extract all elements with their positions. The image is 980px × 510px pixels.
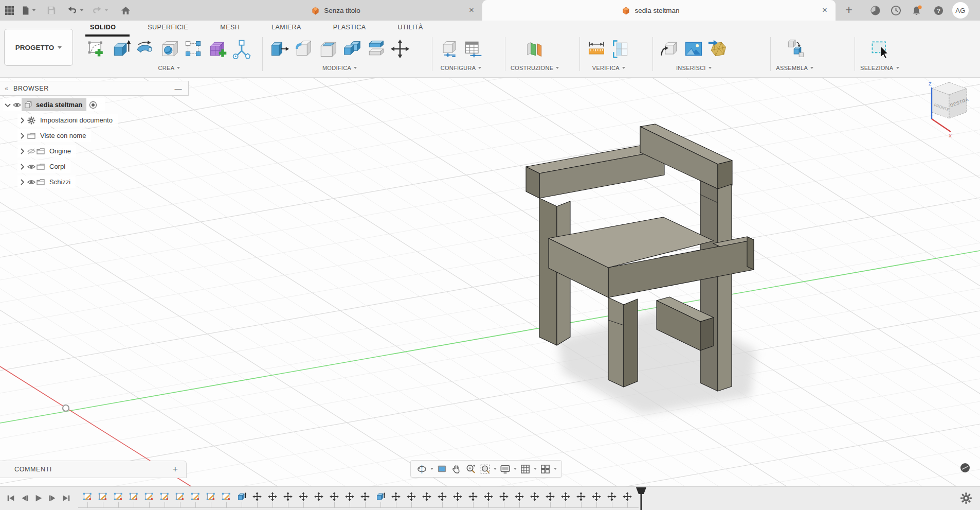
- document-tab-senza-titolo[interactable]: Senza titolo ×: [206, 0, 482, 21]
- group-dropdown-costruzione[interactable]: COSTRUZIONE: [511, 65, 559, 71]
- ribbon-tab-utilità[interactable]: UTILITÀ: [397, 23, 423, 32]
- timeline-feature-move-30[interactable]: [530, 491, 540, 502]
- new-tab-button[interactable]: +: [842, 3, 856, 16]
- visibility-eye-icon[interactable]: [27, 162, 36, 171]
- timeline-feature-move-27[interactable]: [483, 491, 494, 502]
- timeline-feature-sketch-4[interactable]: [129, 491, 139, 502]
- browser-row-corpi[interactable]: Corpi: [17, 160, 70, 173]
- expand-chevron-icon[interactable]: [17, 178, 27, 187]
- expand-chevron-icon[interactable]: [17, 162, 27, 171]
- ribbon-tab-plastica[interactable]: PLASTICA: [333, 23, 366, 32]
- job-status-icon[interactable]: [889, 4, 902, 17]
- visibility-hidden-icon[interactable]: [27, 147, 36, 156]
- redo-icon[interactable]: [90, 4, 103, 16]
- fit-dropdown-caret[interactable]: [493, 462, 497, 476]
- folder-icon[interactable]: [36, 147, 45, 156]
- expand-chevron-icon[interactable]: [17, 131, 27, 140]
- timeline-feature-move-33[interactable]: [576, 491, 586, 502]
- timeline-feature-sketch-1[interactable]: [82, 491, 93, 502]
- timeline-feature-move-12[interactable]: [252, 491, 262, 502]
- timeline-feature-extrude-11[interactable]: [237, 491, 247, 502]
- display-settings-dropdown-caret[interactable]: [513, 462, 517, 476]
- timeline-feature-move-26[interactable]: [468, 491, 478, 502]
- section-analysis-button[interactable]: [609, 38, 632, 60]
- visibility-eye-icon[interactable]: [12, 100, 22, 110]
- close-tab-icon[interactable]: ×: [819, 5, 830, 16]
- group-dropdown-configura[interactable]: CONFIGURA: [441, 65, 482, 71]
- timeline-playhead[interactable]: [636, 487, 647, 510]
- press-pull-button[interactable]: [268, 38, 291, 60]
- derive-button[interactable]: [658, 38, 681, 60]
- ribbon-tab-solido[interactable]: SOLIDO: [90, 23, 116, 32]
- insert-mesh-button[interactable]: [706, 38, 729, 60]
- generative-design-button[interactable]: [230, 38, 253, 60]
- group-dropdown-seleziona[interactable]: SELEZIONA: [860, 65, 899, 71]
- orbit-dropdown-caret[interactable]: [429, 462, 434, 476]
- timeline-settings-gear-icon[interactable]: [959, 491, 974, 506]
- construction-plane-button[interactable]: [523, 38, 546, 60]
- timeline-feature-move-15[interactable]: [298, 491, 308, 502]
- timeline-feature-move-22[interactable]: [406, 491, 416, 502]
- context-dropdown-button[interactable]: PROGETTO: [4, 29, 73, 66]
- timeline-feature-sketch-6[interactable]: [159, 491, 170, 502]
- timeline-feature-move-19[interactable]: [360, 491, 370, 502]
- timeline-feature-sketch-9[interactable]: [206, 491, 216, 502]
- go-to-start-button[interactable]: [5, 493, 16, 504]
- timeline-feature-extrude-20[interactable]: [375, 491, 386, 502]
- timeline-feature-move-18[interactable]: [344, 491, 355, 502]
- move-copy-button[interactable]: [389, 38, 411, 60]
- measure-button[interactable]: [585, 38, 608, 60]
- timeline-feature-move-17[interactable]: [329, 491, 339, 502]
- component-icon[interactable]: [24, 100, 33, 110]
- activate-component-radio[interactable]: [86, 98, 100, 111]
- browser-row-schizzi[interactable]: Schizzi: [17, 175, 76, 188]
- save-icon[interactable]: [45, 4, 58, 16]
- minimize-panel-icon[interactable]: —: [174, 84, 182, 93]
- ribbon-tab-superficie[interactable]: SUPERFICIE: [148, 23, 188, 32]
- step-forward-button[interactable]: [47, 493, 58, 504]
- browser-row-impostazioni-documento[interactable]: Impostazioni documento: [17, 114, 118, 127]
- configuration-table-button[interactable]: [462, 38, 484, 60]
- group-dropdown-crea[interactable]: CREA: [158, 65, 180, 71]
- timeline-feature-move-32[interactable]: [560, 491, 571, 502]
- ribbon-tab-lamiera[interactable]: LAMIERA: [271, 23, 301, 32]
- browser-row-sedia-steltman[interactable]: sedia steltman: [3, 98, 105, 111]
- help-icon[interactable]: [932, 4, 945, 17]
- document-tab-sedia-steltman[interactable]: sedia steltman ×: [482, 0, 836, 21]
- timeline-feature-move-31[interactable]: [545, 491, 555, 502]
- canvas-button[interactable]: [682, 38, 705, 60]
- timeline-feature-move-14[interactable]: [283, 491, 293, 502]
- new-component-button[interactable]: [784, 38, 806, 60]
- create-sketch-button[interactable]: [85, 38, 108, 60]
- grid-settings-button[interactable]: [518, 462, 532, 476]
- timeline-feature-sketch-2[interactable]: [98, 491, 108, 502]
- extrude-button[interactable]: [110, 38, 132, 60]
- home-icon[interactable]: [119, 4, 132, 16]
- step-back-button[interactable]: [19, 493, 30, 504]
- timeline-feature-move-28[interactable]: [499, 491, 509, 502]
- timeline-feature-move-13[interactable]: [267, 491, 278, 502]
- file-menu-caret[interactable]: [32, 9, 36, 11]
- origin-marker[interactable]: [63, 405, 69, 411]
- combine-button[interactable]: [340, 38, 363, 60]
- create-form-button[interactable]: [206, 38, 229, 60]
- network-status-icon[interactable]: [959, 462, 971, 473]
- zoom-button[interactable]: [464, 462, 477, 476]
- timeline-feature-move-34[interactable]: [591, 491, 602, 502]
- go-to-end-button[interactable]: [61, 493, 72, 504]
- redo-caret[interactable]: [104, 9, 108, 11]
- folder-icon[interactable]: [36, 162, 45, 171]
- select-button[interactable]: [868, 38, 891, 60]
- visibility-eye-icon[interactable]: [27, 178, 36, 187]
- folder-icon[interactable]: [27, 131, 36, 140]
- timeline-feature-sketch-10[interactable]: [221, 491, 231, 502]
- browser-row-viste-con-nome[interactable]: Viste con nome: [17, 129, 91, 142]
- collapse-panel-icon[interactable]: «: [0, 85, 13, 92]
- notifications-bell-icon[interactable]: [910, 4, 923, 17]
- play-button[interactable]: [33, 493, 44, 504]
- group-dropdown-verifica[interactable]: VERIFICA: [592, 65, 625, 71]
- timeline-feature-sketch-7[interactable]: [175, 491, 185, 502]
- shell-button[interactable]: [316, 38, 339, 60]
- group-dropdown-assembla[interactable]: ASSEMBLA: [776, 65, 813, 71]
- undo-icon[interactable]: [66, 4, 78, 16]
